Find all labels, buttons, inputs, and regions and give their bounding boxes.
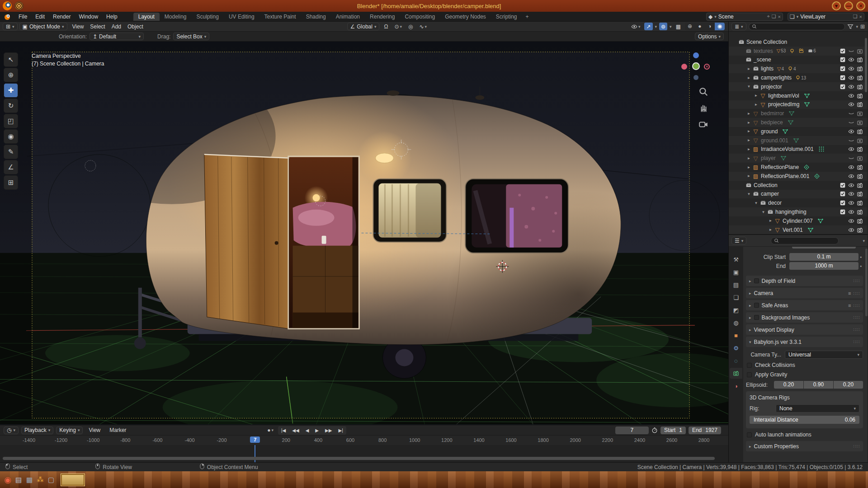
outliner-row-bedmirror[interactable]: ►▽bedmirror	[729, 109, 868, 118]
render-camera-icon[interactable]	[855, 218, 864, 224]
hidden-eye-icon[interactable]	[847, 155, 855, 161]
hide-eye-icon[interactable]	[847, 93, 855, 99]
tab-uv-editing[interactable]: UV Editing	[224, 13, 259, 21]
render-camera-off-icon[interactable]	[855, 155, 864, 161]
close-button[interactable]: ✕	[856, 1, 865, 10]
hidden-eye-icon[interactable]	[847, 119, 855, 126]
timeline-editor-type[interactable]: ◷▾	[4, 427, 19, 434]
exclude-checkbox[interactable]	[838, 137, 847, 144]
outliner-row-ground[interactable]: ►▽ground	[729, 127, 868, 136]
outliner-row-scene[interactable]: _scene	[729, 56, 868, 65]
checkbox[interactable]	[754, 278, 759, 283]
outliner-row-vert-001[interactable]: ►▽Vert.001	[729, 225, 868, 234]
menu-edit[interactable]: Edit	[31, 13, 49, 21]
ellipsoid-field[interactable]: 0.90	[804, 381, 833, 389]
render-camera-off-icon[interactable]	[855, 110, 864, 117]
minimize-button[interactable]: —	[844, 1, 853, 10]
displays-icon[interactable]: ▢	[46, 474, 57, 485]
tool-add-cube-button[interactable]: ⊞	[4, 175, 18, 190]
tab-layout[interactable]: Layout	[133, 13, 160, 21]
panel-background-images[interactable]: ▸Background Images∷∷	[746, 312, 863, 323]
pin-icon[interactable]: ⌖	[767, 14, 769, 19]
snap-toggle[interactable]: Ω	[382, 23, 390, 30]
properties-tab-output[interactable]: ▤	[730, 279, 742, 290]
drag-grip-icon[interactable]: ∷∷	[853, 339, 860, 344]
expand-arrow[interactable]: ►	[746, 147, 752, 151]
tool-rotate-button[interactable]: ↻	[4, 99, 18, 113]
hidden-eye-icon[interactable]	[847, 137, 855, 144]
end-frame-field[interactable]: End1927	[689, 427, 721, 434]
expand-arrow[interactable]: ►	[753, 94, 759, 98]
tab-modeling[interactable]: Modeling	[160, 13, 192, 21]
gizmos-toggle[interactable]: ↗	[644, 23, 652, 30]
properties-tab-render[interactable]: ▣	[730, 267, 742, 277]
navigation-gizmo[interactable]: ✕	[681, 52, 710, 81]
exclude-checkbox[interactable]	[838, 155, 847, 161]
clip-end-field[interactable]: 1000 m	[789, 262, 859, 270]
timeline-marker-menu[interactable]: Marker	[106, 427, 129, 433]
exclude-checkbox[interactable]	[838, 191, 847, 197]
options-dropdown[interactable]: Options▾	[695, 33, 724, 40]
timeline-view-menu[interactable]: View	[85, 427, 104, 433]
axis-z-neg-handle[interactable]	[693, 75, 698, 80]
tab-compositing[interactable]: Compositing	[400, 13, 440, 21]
axis-x-handle[interactable]	[681, 64, 687, 70]
properties-tab-object[interactable]: ■	[730, 330, 742, 341]
expand-arrow[interactable]: ►	[746, 165, 752, 169]
expand-arrow[interactable]: ►	[746, 121, 752, 125]
tab-sculpting[interactable]: Sculpting	[192, 13, 224, 21]
clipped-field[interactable]	[792, 247, 856, 249]
axis-z-handle[interactable]	[693, 52, 699, 58]
checkbox[interactable]	[747, 432, 752, 437]
xray-toggle[interactable]: ▩	[674, 23, 683, 30]
snap-target-selector[interactable]: ⊙▾	[392, 23, 404, 30]
render-camera-icon[interactable]	[855, 164, 864, 170]
tool-cursor-button[interactable]: ⊕	[4, 68, 18, 82]
exclude-checkbox[interactable]	[838, 164, 847, 170]
current-frame-field[interactable]: 7	[615, 427, 649, 434]
checkbox[interactable]	[747, 363, 752, 368]
viewport-menu-view[interactable]: View	[69, 23, 87, 30]
proportional-falloff-selector[interactable]: ∿▾	[418, 23, 429, 30]
checkbox[interactable]	[754, 303, 759, 308]
terminal-icon[interactable]: ▦	[24, 474, 35, 485]
render-camera-icon[interactable]	[855, 182, 864, 188]
viewport-menu-object[interactable]: Object	[124, 23, 146, 30]
3d-viewport[interactable]: Camera Perspective (7) Scene Collection …	[0, 42, 728, 425]
check-collisions-row[interactable]: Check Collisions	[747, 362, 863, 368]
menu-window[interactable]: Window	[75, 13, 102, 21]
outliner-row-cylinder-007[interactable]: ►▽Cylinder.007	[729, 216, 868, 225]
expand-arrow[interactable]: ►	[746, 67, 752, 71]
outliner-row-projector[interactable]: ▼projector	[729, 82, 868, 91]
app-menu-icon[interactable]: ◉	[2, 474, 13, 485]
axis-y-handle[interactable]	[692, 62, 700, 70]
properties-search-input[interactable]	[771, 237, 839, 244]
outliner-row-camper[interactable]: ▼camper	[729, 190, 868, 199]
prev-key-button[interactable]: ◀◀	[289, 426, 302, 435]
render-camera-icon[interactable]	[855, 66, 864, 72]
render-camera-icon[interactable]	[855, 128, 864, 135]
properties-editor-type[interactable]: ☰▾	[731, 237, 746, 244]
properties-scrollbar[interactable]	[865, 249, 868, 316]
exclude-checkbox[interactable]	[838, 209, 847, 215]
panel-depth-of-field[interactable]: ▸Depth of Field∷∷	[746, 276, 863, 286]
panel-camera[interactable]: ▸Camera≡ ∷∷	[746, 288, 863, 298]
expand-arrow[interactable]: ▼	[760, 210, 766, 214]
transform-orientation-selector[interactable]: ∠Global▾	[347, 23, 380, 30]
exclude-checkbox[interactable]	[838, 84, 847, 90]
outliner-row-reflectionplane-001[interactable]: ►▨ReflectionPlane.001	[729, 172, 868, 181]
render-camera-icon[interactable]	[855, 75, 864, 81]
editor-type-selector[interactable]: ⊞▾	[3, 23, 18, 30]
properties-tab-modifiers[interactable]: ⚙	[730, 343, 742, 353]
add-workspace-button[interactable]: +	[522, 13, 533, 21]
current-frame-badge[interactable]: 7	[250, 436, 260, 443]
jump-end-button[interactable]: ▶|	[335, 426, 346, 435]
expand-arrow[interactable]: ►	[746, 138, 752, 142]
drag-grip-icon[interactable]: ∷∷	[853, 444, 860, 449]
remove-scene-icon[interactable]: ×	[778, 14, 781, 19]
expand-arrow[interactable]: ►	[746, 76, 752, 80]
render-camera-off-icon[interactable]	[855, 137, 864, 144]
expand-arrow[interactable]: ►	[746, 129, 752, 133]
object-visibility-selector[interactable]: ▾	[629, 23, 642, 30]
tool-annotate-button[interactable]: ✎	[4, 145, 18, 159]
